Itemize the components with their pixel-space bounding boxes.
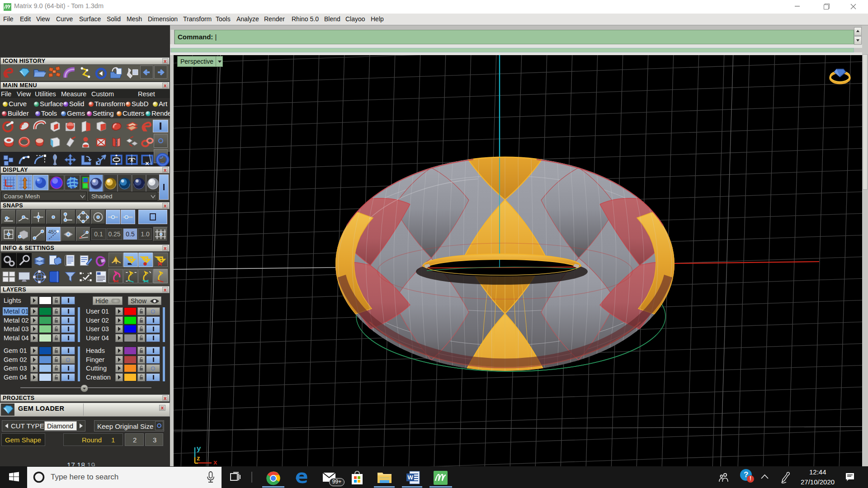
svg-text:x: x [213, 458, 217, 465]
svg-text:z: z [197, 454, 200, 462]
svg-text:W: W [408, 474, 414, 481]
svg-text:y: y [197, 444, 201, 453]
